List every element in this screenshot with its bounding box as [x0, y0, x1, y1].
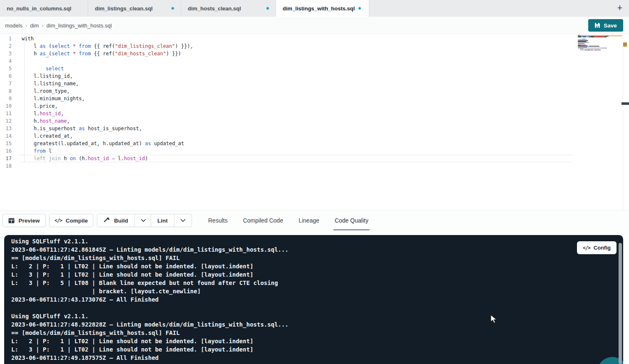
code-line: select [22, 65, 193, 72]
code-line: h.is_superhost as host_is_superhost, [22, 125, 193, 132]
editor-tab[interactable]: dim_listings_clean.sql [88, 0, 181, 17]
tab-label: dim_listings_with_hosts.sql [283, 5, 355, 12]
config-button[interactable]: </> Config [577, 241, 617, 254]
minimap-line [587, 37, 588, 37]
line-number: 1 [0, 35, 12, 42]
lint-button[interactable]: Lint [151, 214, 174, 227]
panel-tabs: ResultsCompiled CodeLineageCode Quality [207, 210, 370, 230]
minimap-line [589, 46, 599, 46]
breadcrumb-segment: models [5, 22, 22, 29]
minimap-line [581, 44, 585, 45]
breadcrumb-segment: dim_listings_with_hosts.sql [47, 22, 112, 29]
minimap-line [580, 50, 585, 50]
minimap-line [582, 39, 585, 39]
panel-tab-results[interactable]: Results [207, 210, 229, 230]
terminal-line: Using SQLFluff v2.1.1. [11, 237, 288, 245]
minimap-line [587, 36, 588, 36]
terminal-line: 2023-06-06T11:27:49.187575Z — All Finish… [11, 354, 288, 362]
terminal-line: == [models/dim/dim_listings_with_hosts.s… [11, 254, 288, 262]
minimap-line [600, 50, 601, 50]
terminal: Using SQLFluff v2.1.1.2023-06-06T11:27:4… [4, 235, 623, 364]
table-icon [8, 218, 15, 223]
code-line [22, 162, 193, 170]
line-number: 6 [0, 72, 12, 80]
line-number: 3 [0, 50, 12, 57]
line-number: 13 [0, 125, 12, 132]
panel-tab-code-quality[interactable]: Code Quality [333, 210, 370, 230]
minimap-line [601, 48, 607, 48]
line-number: 4 [0, 57, 12, 65]
hammer-icon [104, 217, 110, 224]
minimap-line [578, 45, 581, 45]
terminal-line: L: 3 | P: 5 | LT08 | Blank line expected… [11, 279, 288, 287]
compile-button[interactable]: </> Compile [49, 214, 93, 227]
lint-button-label: Lint [157, 218, 168, 224]
code-line: with [22, 35, 193, 42]
terminal-scrollbar[interactable] [619, 243, 622, 364]
minimap-line [596, 50, 600, 50]
build-split-button: Build [97, 214, 152, 227]
modified-indicator-icon [172, 7, 174, 10]
code-line: l as (select * from {{ ref("dim_listings… [22, 42, 193, 50]
terminal-line: 2023-06-06T11:27:42.861845Z — Linting mo… [11, 245, 288, 254]
editor-tab[interactable]: dim_hosts_clean.sql [181, 0, 276, 17]
editor-tab[interactable]: no_nulls_in_columns.sql [0, 0, 88, 17]
line-number: 17 [0, 155, 12, 162]
minimap-line [578, 43, 584, 44]
minimap-line [578, 40, 587, 40]
code-line: l.price, [22, 102, 193, 110]
build-button[interactable]: Build [97, 214, 134, 227]
code-editor[interactable]: 123456789101112131415161718 with l as (s… [0, 34, 629, 210]
minimap-line [578, 44, 581, 45]
terminal-line: 2023-06-06T11:27:43.173076Z — All Finish… [11, 295, 288, 304]
minimap-line [590, 36, 594, 36]
minimap-line [581, 45, 586, 45]
minimap-line [578, 42, 589, 43]
terminal-line [11, 304, 288, 312]
preview-button[interactable]: Preview [2, 214, 46, 227]
minimap[interactable] [578, 35, 617, 89]
minimap-line [587, 50, 589, 50]
line-number: 10 [0, 102, 12, 110]
line-number: 7 [0, 80, 12, 87]
line-number: 15 [0, 140, 12, 147]
save-button[interactable]: Save [588, 19, 623, 32]
code-content: with l as (select * from {{ ref("dim_lis… [22, 35, 193, 170]
minimap-line [578, 46, 588, 46]
lint-dropdown-button[interactable] [174, 214, 191, 227]
modified-indicator-icon [358, 7, 361, 10]
minimap-line [578, 47, 587, 47]
overview-ruler-cursor-marker [622, 102, 629, 105]
minimap-line [594, 37, 604, 37]
minimap-line [581, 37, 582, 37]
build-dropdown-button[interactable] [134, 214, 152, 227]
line-number-gutter: 123456789101112131415161718 [0, 35, 12, 170]
minimap-line [578, 37, 581, 37]
minimap-line [578, 36, 581, 36]
code-line: h as (select * from {{ ref("dim_hosts_cl… [22, 50, 193, 57]
tab-bar: no_nulls_in_columns.sqldim_listings_clea… [0, 0, 629, 17]
minimap-line [605, 36, 609, 36]
minimap-line [594, 36, 605, 36]
minimap-line [582, 49, 583, 49]
terminal-line: L: 3 | P: 1 | LT02 | Line should not be … [11, 270, 288, 279]
code-line: l.listing_id, [22, 72, 193, 80]
code-line: l.host_id, [22, 110, 193, 117]
minimap-line [586, 45, 587, 45]
save-button-label: Save [604, 22, 617, 29]
lint-split-button: Lint [151, 214, 192, 227]
code-line: l.room_type, [22, 87, 193, 95]
new-tab-button[interactable]: + [614, 2, 626, 14]
tab-label: dim_hosts_clean.sql [188, 5, 241, 12]
code-icon: </> [55, 218, 62, 223]
panel-tab-compiled-code[interactable]: Compiled Code [242, 210, 285, 230]
panel-tab-lineage[interactable]: Lineage [297, 210, 321, 230]
line-number: 14 [0, 132, 12, 140]
code-line: from l [22, 147, 193, 155]
editor-tab[interactable]: dim_listings_with_hosts.sql [276, 0, 369, 17]
code-line [22, 57, 193, 65]
code-line: greatest(l.updated_at, h.updated_at) as … [22, 140, 193, 147]
terminal-line: 2023-06-06T11:27:48.922828Z — Linting mo… [11, 320, 288, 329]
line-number: 8 [0, 87, 12, 95]
chevron-down-icon [180, 219, 186, 222]
